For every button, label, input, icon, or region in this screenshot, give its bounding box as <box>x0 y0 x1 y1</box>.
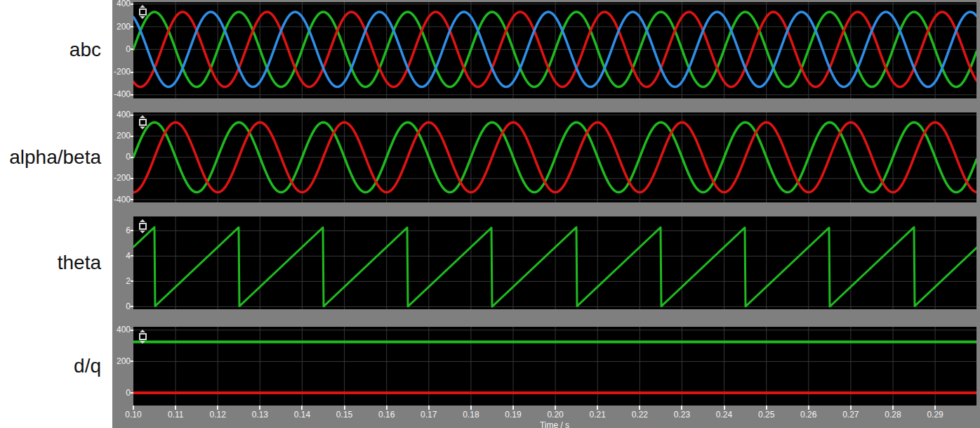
signal-label-column: abc alpha/beta theta d/q <box>0 0 112 428</box>
waveform-canvas-abc <box>133 2 976 98</box>
x-tick-label: 0.22 <box>632 410 648 420</box>
handle-square-icon <box>139 333 147 340</box>
x-tick-label: 0.12 <box>210 410 226 420</box>
x-tick-label: 0.26 <box>800 410 816 420</box>
plot-theta[interactable] <box>133 216 976 309</box>
x-tick-label: 0.16 <box>378 410 395 420</box>
y-tick-label: 200 <box>114 22 131 32</box>
axis-drag-handle-icon[interactable] <box>138 330 147 344</box>
arrow-up-icon <box>140 219 145 222</box>
x-tick-label: 0.14 <box>294 410 310 420</box>
y-tick-mark <box>131 255 133 257</box>
x-tick-label: 0.23 <box>674 410 690 420</box>
handle-square-icon <box>139 223 147 230</box>
waveform-canvas-alpha-beta <box>133 112 976 202</box>
y-tick-mark <box>131 178 133 179</box>
y-tick-mark <box>131 157 133 158</box>
x-tick-label: 0.19 <box>505 410 521 420</box>
axis-drag-handle-icon[interactable] <box>138 5 147 19</box>
y-tick-mark <box>131 136 133 137</box>
y-tick-label: -200 <box>114 174 131 183</box>
x-tick-label: 0.18 <box>463 410 479 420</box>
y-tick-mark <box>131 306 133 307</box>
axis-drag-handle-icon[interactable] <box>138 219 147 233</box>
y-tick-mark <box>131 199 133 200</box>
y-tick-label: -400 <box>114 90 131 99</box>
y-tick-label: 2 <box>114 277 131 286</box>
y-tick-mark <box>131 330 133 331</box>
y-tick-label: -400 <box>114 195 131 205</box>
y-tick-mark <box>131 72 133 73</box>
y-tick-mark <box>131 26 133 27</box>
time-axis-label: Time / s <box>540 420 569 428</box>
x-tick-label: 0.10 <box>125 410 141 420</box>
grid-lines <box>133 216 976 309</box>
x-tick-label: 0.27 <box>842 410 859 420</box>
y-tick-label: 400 <box>114 0 131 8</box>
arrow-up-icon <box>140 330 145 332</box>
waveform-canvas-dq <box>133 327 976 406</box>
x-tick-label: 0.20 <box>547 410 563 420</box>
y-tick-mark <box>131 115 133 116</box>
y-tick-mark <box>131 94 133 96</box>
arrow-down-icon <box>140 127 145 129</box>
y-tick-label: 6 <box>114 226 131 235</box>
y-tick-mark <box>131 48 133 50</box>
y-tick-mark <box>131 280 133 282</box>
arrow-down-icon <box>140 341 145 344</box>
row-label-alpha-beta: alpha/beta <box>9 145 101 170</box>
y-tick-label: 200 <box>114 131 131 141</box>
y-tick-label: 0 <box>114 389 131 398</box>
arrow-down-icon <box>140 16 145 19</box>
y-tick-label: 0 <box>114 153 131 162</box>
scope-panel: Time / s 0.100.110.120.130.140.150.160.1… <box>112 0 980 428</box>
x-tick-label: 0.17 <box>421 410 437 420</box>
y-tick-mark <box>131 230 133 231</box>
y-tick-label: 0 <box>114 45 131 54</box>
handle-square-icon <box>139 119 147 126</box>
x-tick-label: 0.11 <box>168 410 183 420</box>
y-tick-mark <box>131 361 133 362</box>
axis-drag-handle-icon[interactable] <box>138 115 147 129</box>
plot-alpha-beta[interactable] <box>133 112 976 202</box>
y-tick-label: 400 <box>114 110 131 119</box>
x-tick-label: 0.24 <box>716 410 732 420</box>
plot-abc[interactable] <box>133 2 976 98</box>
y-tick-label: 400 <box>114 325 131 335</box>
time-axis: Time / s 0.100.110.120.130.140.150.160.1… <box>112 406 980 428</box>
waveform-canvas-theta <box>133 216 976 309</box>
x-tick-label: 0.21 <box>590 410 606 420</box>
y-tick-mark <box>131 4 133 5</box>
y-tick-label: 0 <box>114 302 131 311</box>
x-tick-label: 0.25 <box>758 410 774 420</box>
arrow-up-icon <box>140 5 145 8</box>
y-tick-label: 4 <box>114 252 131 261</box>
handle-square-icon <box>139 8 147 15</box>
y-tick-label: -200 <box>114 67 131 77</box>
row-label-theta: theta <box>58 250 101 275</box>
x-tick-label: 0.15 <box>336 410 352 420</box>
y-tick-label: 200 <box>114 357 131 366</box>
x-tick-label: 0.13 <box>252 410 268 420</box>
x-tick-label: 0.29 <box>927 410 943 420</box>
y-tick-mark <box>131 392 133 394</box>
row-label-abc: abc <box>69 37 101 63</box>
row-label-dq: d/q <box>74 354 101 379</box>
x-tick-label: 0.28 <box>885 410 901 420</box>
arrow-up-icon <box>140 115 145 118</box>
plot-dq[interactable] <box>133 327 976 406</box>
arrow-down-icon <box>140 231 145 233</box>
